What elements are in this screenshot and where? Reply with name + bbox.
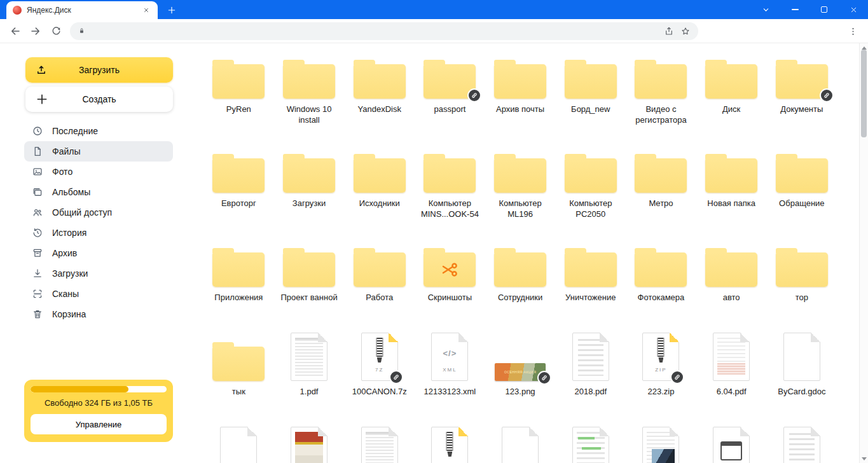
file-tile[interactable]: ОСЕННЯЯ АКЦИЯ123.png (485, 330, 556, 424)
item-name: тык (232, 387, 245, 397)
new-tab-button[interactable] (163, 1, 181, 19)
sidebar-item-shared[interactable]: Общий доступ (24, 202, 173, 223)
folder-tile[interactable]: Видео с регистратора (626, 48, 696, 142)
folder-tile[interactable]: Приложения (203, 236, 274, 330)
file-tile[interactable]: </>XML12133123.xml (415, 330, 485, 424)
scrollbar[interactable] (859, 43, 868, 463)
item-name: Проект ванной (280, 293, 337, 303)
scroll-down-arrow[interactable] (860, 455, 868, 462)
folder-tile[interactable]: Архив почты (485, 48, 556, 142)
folder-tile[interactable]: Загрузки (274, 142, 345, 236)
sidebar-item-scans[interactable]: Сканы (24, 284, 173, 304)
folder-tile[interactable]: Исходники (344, 142, 415, 236)
file-tile[interactable]: 2018.pdf (555, 330, 626, 424)
file-tile[interactable] (626, 424, 696, 463)
create-button[interactable]: Создать (25, 86, 173, 112)
reload-button[interactable] (46, 21, 66, 41)
file-tile[interactable]: 1.pdf (274, 330, 345, 424)
folder-icon (635, 158, 687, 193)
close-icon[interactable] (839, 0, 868, 19)
file-tile[interactable]: ByCard.gdoc (767, 330, 837, 424)
folder-tile[interactable]: Сотрудники (485, 236, 556, 330)
file-tile[interactable] (274, 424, 345, 463)
icon-box (212, 48, 265, 99)
sidebar-item-photos[interactable]: Фото (24, 162, 173, 182)
icon-box (705, 142, 757, 193)
file-icon (783, 333, 820, 381)
folder-tile[interactable]: Проект ванной (274, 236, 345, 330)
file-tile[interactable] (485, 424, 556, 463)
browser-menu-icon[interactable] (843, 21, 863, 41)
item-name: Новая папка (707, 198, 755, 209)
item-name: 6.04.pdf (717, 387, 747, 397)
lock-icon[interactable] (78, 27, 86, 35)
sidebar-nav: ПоследниеФайлыФотоАльбомыОбщий доступИст… (0, 121, 184, 324)
share-icon[interactable] (664, 26, 674, 36)
folder-tile[interactable]: Windows 10 install (274, 48, 345, 142)
address-bar[interactable] (70, 22, 698, 40)
folder-tile[interactable]: PyRen (203, 48, 274, 142)
folder-tile[interactable]: Борд_new (555, 48, 626, 142)
folder-tile[interactable]: Евроторг (203, 142, 274, 236)
file-tile[interactable]: 6.04.pdf (696, 330, 767, 424)
folder-tile[interactable]: Документы (767, 48, 837, 142)
minimize-icon[interactable] (780, 0, 809, 19)
icon-box (642, 424, 679, 463)
file-tile[interactable] (696, 424, 767, 463)
chevron-down-icon[interactable] (751, 0, 780, 19)
sidebar-item-history[interactable]: История (24, 223, 173, 243)
file-tile[interactable] (415, 424, 485, 463)
folder-tile[interactable]: тык (203, 330, 274, 424)
folder-tile[interactable]: тор (767, 236, 837, 330)
sidebar-item-archive[interactable]: Архив (24, 243, 173, 263)
link-badge (537, 371, 551, 385)
folder-tile[interactable]: Работа (344, 236, 415, 330)
upload-button[interactable]: Загрузить (25, 57, 173, 83)
sidebar-item-label: Корзина (52, 309, 86, 319)
folder-tile[interactable]: passport (415, 48, 485, 142)
file-tile[interactable] (344, 424, 415, 463)
tab-close-icon[interactable] (141, 5, 151, 15)
folder-tile[interactable]: авто (696, 236, 767, 330)
maximize-icon[interactable] (809, 0, 839, 19)
back-button[interactable] (5, 21, 25, 41)
folder-tile[interactable]: Компьютер PC2050 (555, 142, 626, 236)
sidebar-item-albums[interactable]: Альбомы (24, 182, 173, 202)
folder-tile[interactable]: Метро (626, 142, 696, 236)
item-name: тор (796, 293, 808, 303)
sidebar-item-downloads[interactable]: Загрузки (24, 263, 173, 284)
file-tile[interactable] (767, 424, 837, 463)
browser-tab[interactable]: Яндекс.Диск (6, 1, 158, 19)
manage-storage-button[interactable]: Управление (31, 414, 167, 434)
folder-tile[interactable]: Компьютер MINS...OOK-54 (415, 142, 485, 236)
item-name: Компьютер PC2050 (557, 198, 624, 220)
forward-button[interactable] (25, 21, 46, 41)
folder-tile[interactable]: Обращение (767, 142, 837, 236)
file-tile[interactable] (555, 424, 626, 463)
scrollbar-thumb[interactable] (861, 50, 867, 137)
item-name: 1.pdf (300, 387, 319, 397)
folder-tile[interactable]: Компьютер ML196 (485, 142, 556, 236)
file-tile[interactable]: ZIP223.zip (626, 330, 696, 424)
item-name: 2018.pdf (574, 387, 607, 397)
bookmark-star-icon[interactable] (680, 26, 691, 36)
file-tile[interactable]: 7Z100CANON.7z (344, 330, 415, 424)
folder-tile[interactable]: Фотокамера (626, 236, 696, 330)
icon-box (283, 236, 335, 287)
plus-icon (36, 93, 48, 106)
sidebar-item-trash[interactable]: Корзина (24, 304, 173, 324)
folder-tile[interactable]: Диск (696, 48, 767, 142)
sidebar-item-label: Файлы (52, 146, 80, 156)
icon-box (565, 142, 617, 193)
link-badge (820, 88, 834, 102)
sidebar-item-recent[interactable]: Последние (24, 121, 173, 141)
sidebar-item-label: Общий доступ (52, 207, 112, 218)
folder-tile[interactable]: Уничтожение (555, 236, 626, 330)
sidebar-item-files[interactable]: Файлы (24, 141, 173, 162)
link-badge (670, 370, 684, 384)
folder-tile[interactable]: Скриншоты (415, 236, 485, 330)
file-tile[interactable] (203, 424, 274, 463)
folder-tile[interactable]: Новая папка (696, 142, 767, 236)
file-icon (713, 333, 750, 381)
folder-tile[interactable]: YandexDisk (344, 48, 415, 142)
